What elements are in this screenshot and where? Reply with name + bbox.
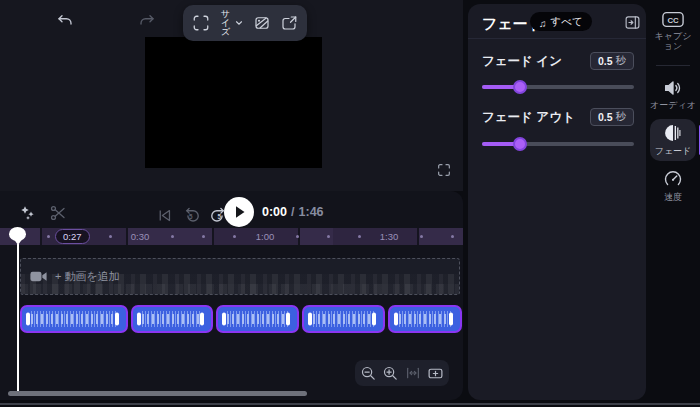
fade-out-row: フェード アウト 0.5 秒 bbox=[482, 108, 634, 126]
play-icon bbox=[224, 197, 254, 227]
fade-in-row: フェード イン 0.5 秒 bbox=[482, 52, 634, 70]
export-frame-button[interactable] bbox=[280, 8, 298, 38]
skip-start-icon bbox=[156, 207, 173, 224]
audio-clip-1[interactable] bbox=[20, 305, 128, 333]
collapse-panel-icon bbox=[624, 14, 641, 31]
ruler-tick-dot bbox=[358, 235, 361, 238]
current-time: 0:00 bbox=[262, 205, 287, 219]
timeline-panel: 5 5 0:00 / 1:46 0:27 0:301:001:30 + 動画を追… bbox=[0, 191, 463, 400]
video-track-placeholder[interactable]: + 動画を追加 bbox=[20, 258, 460, 295]
total-time: 1:46 bbox=[299, 205, 324, 219]
svg-text:CC: CC bbox=[667, 16, 679, 25]
fade-in-label: フェード イン bbox=[482, 53, 562, 70]
magic-tools-button[interactable] bbox=[16, 201, 40, 225]
clip-left-handle[interactable] bbox=[222, 313, 226, 326]
crop-icon bbox=[192, 14, 210, 32]
clip-right-handle[interactable] bbox=[286, 313, 290, 326]
fit-width-icon bbox=[405, 365, 421, 381]
zoom-out-icon bbox=[360, 365, 377, 382]
preview-area: サイズ bbox=[0, 0, 463, 191]
fade-in-value-chip[interactable]: 0.5 秒 bbox=[590, 52, 634, 70]
audio-clip-3[interactable] bbox=[216, 305, 299, 333]
size-button[interactable]: サイズ bbox=[219, 8, 244, 38]
timeline-ruler[interactable]: 0:27 0:301:001:30 bbox=[0, 228, 463, 245]
fade-in-slider-thumb[interactable] bbox=[513, 80, 527, 94]
rewind-5s-button[interactable]: 5 bbox=[179, 203, 203, 227]
skip-to-start-button[interactable] bbox=[152, 203, 176, 227]
timeline-zoom-controls bbox=[355, 360, 449, 386]
ruler-tick-dot bbox=[202, 235, 205, 238]
ruler-tick-dot bbox=[327, 235, 330, 238]
audio-clip-2[interactable] bbox=[131, 305, 213, 333]
filters-icon bbox=[253, 14, 271, 32]
video-preview-canvas[interactable] bbox=[145, 37, 322, 168]
fullscreen-button[interactable] bbox=[432, 158, 456, 182]
clip-left-handle[interactable] bbox=[137, 313, 141, 326]
audio-clip-4[interactable] bbox=[302, 305, 385, 333]
speaker-icon bbox=[663, 79, 683, 97]
sidebar-item-label: オーディオ bbox=[650, 100, 696, 110]
redo-icon bbox=[138, 12, 156, 30]
clip-right-handle[interactable] bbox=[200, 313, 204, 326]
fade-out-slider-thumb[interactable] bbox=[513, 137, 527, 151]
ruler-time-label: 1:30 bbox=[380, 231, 399, 242]
sidebar-item-audio[interactable]: オーディオ bbox=[650, 75, 696, 115]
zoom-out-button[interactable] bbox=[359, 364, 377, 382]
music-note-icon bbox=[539, 13, 547, 31]
ruler-tick-dot bbox=[109, 235, 112, 238]
split-button[interactable] bbox=[46, 201, 70, 225]
add-video-label: + 動画を追加 bbox=[55, 269, 120, 284]
timeline-horizontal-scrollbar[interactable] bbox=[8, 391, 307, 396]
clip-left-handle[interactable] bbox=[308, 313, 312, 326]
clip-right-handle[interactable] bbox=[115, 313, 119, 326]
audio-track bbox=[0, 305, 463, 333]
speed-icon bbox=[663, 169, 683, 189]
svg-text:5: 5 bbox=[188, 212, 192, 219]
zoom-in-icon bbox=[382, 365, 399, 382]
zoom-in-button[interactable] bbox=[382, 364, 400, 382]
play-button[interactable] bbox=[224, 197, 254, 227]
sidebar-item-label: 速度 bbox=[664, 192, 682, 202]
fade-out-value-chip[interactable]: 0.5 秒 bbox=[590, 108, 634, 126]
clip-right-handle[interactable] bbox=[449, 313, 453, 326]
collapse-panel-button[interactable] bbox=[623, 13, 641, 31]
export-frame-icon bbox=[280, 14, 298, 32]
sidebar-item-speed[interactable]: 速度 bbox=[650, 165, 696, 207]
size-button-label: サイズ bbox=[219, 10, 232, 37]
fade-icon bbox=[663, 123, 683, 143]
clip-left-handle[interactable] bbox=[394, 313, 398, 326]
ruler-tick-dot bbox=[171, 235, 174, 238]
fit-screen-icon bbox=[427, 365, 444, 382]
sidebar-item-fade[interactable]: フェード bbox=[650, 119, 696, 161]
ruler-time-label: 1:00 bbox=[256, 231, 275, 242]
audio-clip-5[interactable] bbox=[388, 305, 462, 333]
playhead-handle[interactable] bbox=[9, 227, 26, 241]
undo-button[interactable] bbox=[53, 9, 77, 33]
sidebar-item-captions[interactable]: CCキャプション bbox=[650, 7, 696, 56]
time-display: 0:00 / 1:46 bbox=[262, 205, 324, 219]
fit-timeline-button[interactable] bbox=[404, 364, 422, 382]
scope-badge[interactable]: すべて bbox=[530, 12, 592, 31]
playhead[interactable] bbox=[9, 227, 26, 393]
ruler-time-label: 0:30 bbox=[131, 231, 150, 242]
ruler-tick-dot bbox=[296, 235, 299, 238]
fade-in-slider[interactable] bbox=[482, 80, 634, 94]
ruler-marker-pill: 0:27 bbox=[55, 229, 90, 244]
chevron-down-icon bbox=[234, 18, 244, 28]
video-camera-icon bbox=[30, 270, 47, 283]
sidebar-divider bbox=[656, 65, 690, 66]
ruler-tick-dot bbox=[451, 235, 454, 238]
sidebar-item-label: キャプション bbox=[650, 31, 696, 51]
svg-text:5: 5 bbox=[217, 212, 221, 219]
fit-to-screen-button[interactable] bbox=[427, 364, 445, 382]
scope-badge-label: すべて bbox=[551, 15, 583, 29]
filters-button[interactable] bbox=[253, 8, 271, 38]
fade-out-label: フェード アウト bbox=[482, 109, 575, 126]
fade-out-slider[interactable] bbox=[482, 137, 634, 151]
redo-button[interactable] bbox=[135, 9, 159, 33]
ruler-tick-dot bbox=[233, 235, 236, 238]
crop-button[interactable] bbox=[192, 8, 210, 38]
clip-right-handle[interactable] bbox=[372, 313, 376, 326]
clip-left-handle[interactable] bbox=[26, 313, 30, 326]
preview-toolbar: サイズ bbox=[183, 5, 307, 41]
